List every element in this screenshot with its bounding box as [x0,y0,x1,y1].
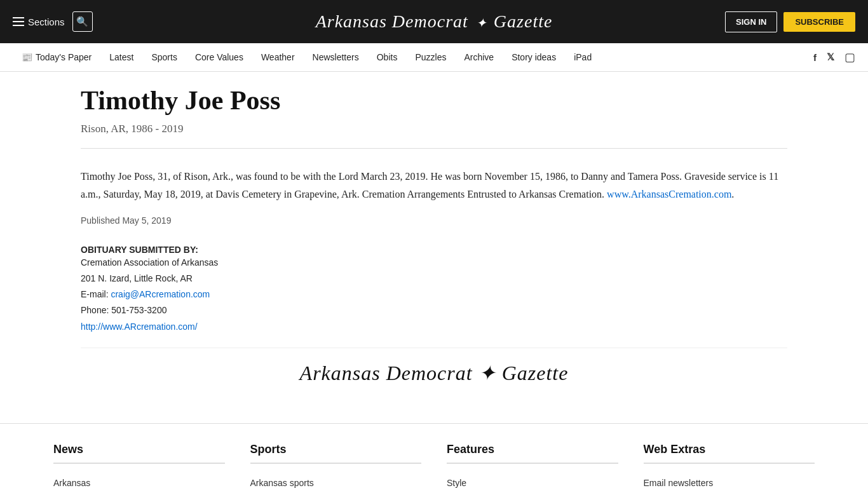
obit-title: Timothy Joe Poss [81,85,787,116]
bottom-logo-text: Arkansas Democrat ✦ Gazette [300,362,569,384]
submitted-by-section: OBITUARY SUBMITTED BY: Cremation Associa… [81,245,787,335]
footer-news-list: Arkansas [53,474,225,488]
newspaper-icon: 📰 [22,52,32,62]
submitter-address: 201 N. Izard, Little Rock, AR [81,271,787,287]
nav-archive[interactable]: Archive [455,43,503,71]
sign-in-button[interactable]: SIGN IN [725,11,777,32]
submitter-url: http://www.ARcremation.com/ [81,319,787,335]
submitted-label: OBITUARY SUBMITTED BY: [81,245,787,255]
submitter-name: Cremation Association of Arkansas [81,255,787,271]
logo-part1: Arkansas Democrat [316,11,468,31]
logo-text: Arkansas Democrat ✦ Gazette [316,11,553,31]
footer-web-extras-email[interactable]: Email newsletters [644,478,714,488]
site-header: Sections 🔍 Arkansas Democrat ✦ Gazette S… [0,0,868,43]
logo-part2: Gazette [494,11,553,31]
contact-info: Cremation Association of Arkansas 201 N.… [81,255,787,335]
published-date: Published May 5, 2019 [81,215,787,226]
nav-ipad[interactable]: iPad [565,43,600,71]
nav-puzzles[interactable]: Puzzles [406,43,455,71]
nav-story-ideas[interactable]: Story ideas [503,43,565,71]
footer-col-sports: Sports Arkansas sports [250,443,422,488]
footer-divider-features [447,463,618,464]
bottom-logo-part2: Gazette [502,362,569,384]
search-icon: 🔍 [76,16,88,27]
nav-links: 📰 Today's Paper Latest Sports Core Value… [13,43,600,71]
obit-body: Timothy Joe Poss, 31, of Rison, Ark., wa… [81,168,787,202]
footer-sports-heading: Sports [250,443,422,456]
nav-core-values[interactable]: Core Values [186,43,252,71]
bottom-logo: Arkansas Democrat ✦ Gazette [81,348,787,410]
nav-sports[interactable]: Sports [142,43,186,71]
obit-subtitle: Rison, AR, 1986 - 2019 [81,123,787,149]
footer-features-style[interactable]: Style [447,478,466,488]
footer-divider-web-extras [644,463,815,464]
header-logo: Arkansas Democrat ✦ Gazette [316,11,553,32]
footer-divider [53,463,225,464]
instagram-icon[interactable]: ▢ [844,50,855,64]
footer-features-list: Style [447,474,618,488]
header-right: SIGN IN SUBSCRIBE [725,11,855,32]
submitter-url-link[interactable]: http://www.ARcremation.com/ [81,322,198,332]
nav-latest[interactable]: Latest [100,43,142,71]
sections-button[interactable]: Sections [13,17,65,27]
main-nav: 📰 Today's Paper Latest Sports Core Value… [0,43,868,72]
bottom-logo-part1: Arkansas Democrat [300,362,473,384]
nav-newsletters[interactable]: Newsletters [304,43,368,71]
footer-web-extras-heading: Web Extras [644,443,815,456]
footer-col-web-extras: Web Extras Email newsletters [644,443,815,488]
subscribe-button[interactable]: SUBSCRIBE [783,12,855,32]
social-icons: f 𝕏 ▢ [813,50,855,64]
twitter-icon[interactable]: 𝕏 [827,51,834,63]
facebook-icon[interactable]: f [813,52,817,63]
logo-emblem: ✦ [476,16,491,30]
footer-sports-arkansas[interactable]: Arkansas sports [250,478,314,488]
submitter-email-link[interactable]: craig@ARcremation.com [111,289,210,299]
search-button[interactable]: 🔍 [72,11,93,32]
nav-todays-paper[interactable]: 📰 Today's Paper [13,43,100,71]
submitter-email: E-mail: craig@ARcremation.com [81,287,787,302]
footer-features-heading: Features [447,443,618,456]
footer-sports-list: Arkansas sports [250,474,422,488]
header-left: Sections 🔍 [13,11,93,32]
footer-news-heading: News [53,443,225,456]
footer-col-news: News Arkansas [53,443,225,488]
footer-web-extras-list: Email newsletters [644,474,815,488]
site-footer: News Arkansas Sports Arkansas sports Fea… [0,423,868,488]
nav-weather[interactable]: Weather [252,43,304,71]
footer-divider-sports [250,463,422,464]
bottom-logo-emblem: ✦ [478,362,502,384]
footer-news-arkansas[interactable]: Arkansas [53,478,90,488]
sections-label: Sections [28,17,65,27]
main-content: Timothy Joe Poss Rison, AR, 1986 - 2019 … [27,72,841,423]
footer-col-features: Features Style [447,443,618,488]
footer-grid: News Arkansas Sports Arkansas sports Fea… [53,443,815,488]
hamburger-icon [13,17,24,26]
submitter-phone: Phone: 501-753-3200 [81,302,787,318]
cremation-link[interactable]: www.ArkansasCremation.com [607,189,731,200]
nav-obits[interactable]: Obits [368,43,407,71]
